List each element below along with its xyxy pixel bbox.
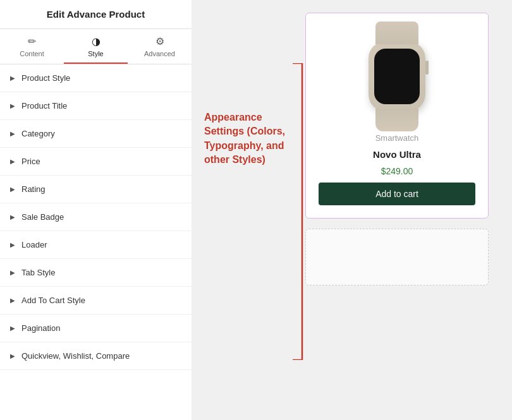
menu-item-rating[interactable]: ▶ Rating (0, 176, 192, 203)
watch-band-bottom (375, 109, 418, 131)
tab-style-label: Style (88, 50, 103, 57)
arrow-icon: ▶ (10, 102, 15, 109)
tab-bar: ✏ Content ◑ Style ⚙ Advanced (0, 29, 192, 64)
product-category: Smartwatch (375, 133, 419, 143)
menu-item-label: Product Style (21, 73, 70, 83)
second-card-placeholder (305, 229, 489, 285)
menu-item-loader[interactable]: ▶ Loader (0, 231, 192, 259)
annotation-text: Appearance Settings (Colors, Typography,… (204, 111, 296, 167)
menu-list: ▶ Product Style ▶ Product Title ▶ Catego… (0, 64, 192, 420)
content-icon: ✏ (28, 35, 36, 47)
tab-style[interactable]: ◑ Style (64, 29, 128, 64)
product-image (346, 26, 448, 127)
menu-item-label: Price (21, 157, 40, 166)
annotation-label: Appearance Settings (Colors, Typography,… (204, 112, 285, 165)
arrow-icon: ▶ (10, 297, 15, 304)
watch-body (369, 42, 425, 111)
arrow-icon: ▶ (10, 213, 15, 220)
menu-item-label: Tab Style (21, 268, 55, 277)
arrow-icon: ▶ (10, 75, 15, 81)
menu-item-label: Quickview, Wishlist, Compare (21, 351, 130, 361)
menu-item-label: Loader (21, 240, 47, 249)
arrow-icon: ▶ (10, 130, 15, 137)
panel-title: Edit Advance Product (10, 9, 181, 20)
menu-item-tab-style[interactable]: ▶ Tab Style (0, 259, 192, 287)
add-to-cart-button[interactable]: Add to cart (319, 183, 475, 205)
product-name: Novo Ultra (373, 149, 421, 160)
watch-band-top (375, 21, 418, 44)
product-card: Smartwatch Novo Ultra $249.00 Add to car… (305, 13, 489, 219)
arrow-icon: ▶ (10, 241, 15, 248)
style-icon: ◑ (92, 35, 101, 47)
advanced-icon: ⚙ (155, 35, 164, 47)
menu-item-price[interactable]: ▶ Price (0, 148, 192, 176)
menu-item-pagination[interactable]: ▶ Pagination (0, 315, 192, 342)
product-price: $249.00 (381, 166, 413, 176)
menu-item-label: Product Title (21, 101, 67, 111)
arrow-icon: ▶ (10, 269, 15, 276)
tab-advanced-label: Advanced (144, 50, 175, 57)
menu-item-quickview-wishlist-compare[interactable]: ▶ Quickview, Wishlist, Compare (0, 342, 192, 370)
watch-crown-button (425, 61, 429, 75)
menu-item-label: Category (21, 129, 55, 138)
right-content: Appearance Settings (Colors, Typography,… (192, 0, 512, 420)
menu-item-sale-badge[interactable]: ▶ Sale Badge (0, 203, 192, 231)
panel-header: Edit Advance Product (0, 0, 192, 29)
menu-item-label: Pagination (21, 323, 60, 333)
menu-item-product-style[interactable]: ▶ Product Style (0, 64, 192, 92)
menu-item-label: Add To Cart Style (21, 296, 85, 305)
watch-screen (374, 49, 420, 104)
menu-item-label: Sale Badge (21, 212, 64, 222)
arrow-icon: ▶ (10, 186, 15, 193)
tab-content-label: Content (20, 50, 44, 57)
arrow-icon: ▶ (10, 158, 15, 165)
menu-item-add-to-cart-style[interactable]: ▶ Add To Cart Style (0, 287, 192, 315)
tab-advanced[interactable]: ⚙ Advanced (128, 29, 192, 64)
menu-item-category[interactable]: ▶ Category (0, 120, 192, 148)
menu-item-label: Rating (21, 184, 46, 194)
tab-content[interactable]: ✏ Content (0, 29, 64, 64)
left-panel: Edit Advance Product ✏ Content ◑ Style ⚙… (0, 0, 192, 420)
arrow-icon: ▶ (10, 352, 15, 359)
menu-item-product-title[interactable]: ▶ Product Title (0, 92, 192, 120)
arrow-icon: ▶ (10, 325, 15, 332)
